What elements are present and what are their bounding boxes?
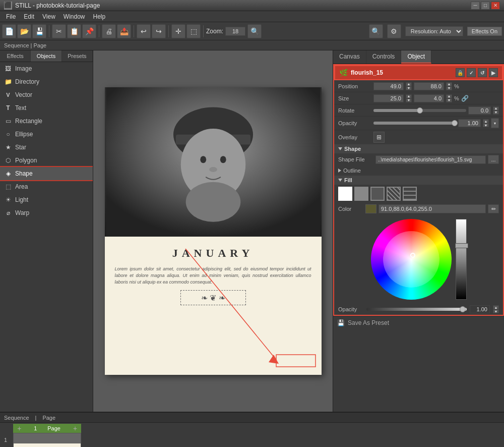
pos-y-up[interactable]: ▲: [446, 82, 452, 86]
effects-on-button[interactable]: Effects On: [467, 27, 502, 36]
menu-edit[interactable]: Edit: [20, 12, 38, 21]
position-x-input[interactable]: [373, 82, 404, 90]
resolution-select[interactable]: Resolution: Auto: [405, 26, 463, 36]
menu-file[interactable]: File: [2, 12, 20, 21]
position-y-spinner[interactable]: ▲ ▼: [446, 82, 452, 90]
menu-window[interactable]: Window: [59, 12, 89, 21]
rotate-spinner[interactable]: ▲ ▼: [493, 106, 499, 115]
close-button[interactable]: ✕: [491, 2, 500, 10]
tab-canvas[interactable]: Canvas: [333, 50, 366, 64]
opacity-slider[interactable]: [373, 122, 456, 125]
panel-item-light[interactable]: ☀ Light: [0, 193, 93, 206]
new-button[interactable]: 📄: [2, 24, 16, 38]
panel-item-star[interactable]: ★ Star: [0, 141, 93, 154]
tab-presets[interactable]: Presets: [62, 50, 93, 62]
refresh-tool[interactable]: ↺: [478, 68, 487, 77]
panel-item-image[interactable]: 🖼 Image: [0, 62, 93, 75]
print-button[interactable]: 🖨: [102, 24, 116, 38]
redo-button[interactable]: ↪: [152, 24, 166, 38]
tab-objects[interactable]: Objects: [31, 50, 61, 62]
color-value-input[interactable]: [379, 204, 486, 213]
color-picker-button[interactable]: [365, 204, 376, 213]
pos-x-down[interactable]: ▼: [406, 86, 412, 90]
outline-toggle[interactable]: Outline: [338, 166, 499, 175]
panel-item-directory[interactable]: 📁 Directory: [0, 75, 93, 88]
tab-effects[interactable]: Effects: [0, 50, 31, 62]
position-y-input[interactable]: [414, 82, 444, 90]
fill-swatch-gray[interactable]: [354, 187, 368, 201]
save-button[interactable]: 💾: [32, 24, 46, 38]
zoom-fit-button[interactable]: 🔍: [247, 24, 262, 38]
fill-opacity-spinner[interactable]: ▲ ▼: [493, 305, 499, 313]
menu-view[interactable]: View: [38, 12, 59, 21]
rotate-input[interactable]: [468, 106, 491, 115]
canvas-area[interactable]: JANUARY Lorem ipsum dolor sit amet, cons…: [93, 50, 333, 412]
fill-swatch-white[interactable]: [338, 187, 352, 201]
shape-section-header[interactable]: Shape: [334, 144, 503, 153]
opacity-input[interactable]: [458, 119, 481, 127]
panel-item-rectangle[interactable]: ▭ Rectangle: [0, 115, 93, 128]
fill-swatch-darkgray[interactable]: [370, 187, 385, 201]
pos-x-up[interactable]: ▲: [406, 82, 412, 86]
link-icon[interactable]: 🔗: [461, 95, 469, 102]
tab-object[interactable]: Object: [401, 50, 431, 64]
fill-opacity-up[interactable]: ▲: [493, 305, 499, 309]
copy-button[interactable]: 📋: [67, 24, 81, 38]
rotate-up[interactable]: ▲: [493, 106, 499, 110]
check-tool[interactable]: ✓: [467, 68, 476, 77]
panel-item-shape[interactable]: ◈ Shape: [0, 167, 93, 180]
panel-item-area[interactable]: ⬚ Area: [0, 180, 93, 193]
fill-opacity-input[interactable]: [470, 305, 490, 313]
zoom-input[interactable]: [225, 27, 245, 36]
position-x-spinner[interactable]: ▲ ▼: [406, 82, 412, 90]
menu-help[interactable]: Help: [89, 12, 110, 21]
color-edit-button[interactable]: ✏: [488, 204, 499, 213]
fill-section-header[interactable]: Fill: [334, 176, 503, 185]
open-button[interactable]: 📂: [17, 24, 31, 38]
maximize-button[interactable]: □: [481, 2, 490, 10]
arrow-tool[interactable]: ▶: [489, 68, 498, 77]
size-h-down[interactable]: ▼: [446, 98, 452, 102]
rotate-down[interactable]: ▼: [493, 110, 499, 115]
shapefile-browse-button[interactable]: ...: [488, 155, 499, 164]
fill-opacity-down[interactable]: ▼: [493, 309, 499, 313]
size-w-input[interactable]: [373, 94, 404, 102]
page-add-right-button[interactable]: +: [73, 424, 77, 432]
rotate-slider-thumb[interactable]: [417, 107, 423, 114]
panel-item-warp[interactable]: ⌀ Warp: [0, 206, 93, 219]
lock-tool[interactable]: 🔒: [456, 68, 465, 77]
page-thumbnail[interactable]: [13, 433, 81, 447]
size-w-spinner[interactable]: ▲ ▼: [406, 94, 412, 102]
pos-y-down[interactable]: ▼: [446, 86, 452, 90]
panel-item-ellipse[interactable]: ○ Ellipse: [0, 128, 93, 141]
size-w-down[interactable]: ▼: [406, 98, 412, 102]
fill-opacity-thumb[interactable]: [460, 306, 466, 312]
paste-button[interactable]: 📌: [82, 24, 96, 38]
opacity-slider-thumb[interactable]: [452, 120, 458, 126]
undo-button[interactable]: ↩: [137, 24, 151, 38]
page-add-left-button[interactable]: +: [17, 424, 21, 432]
minimize-button[interactable]: ─: [471, 2, 480, 10]
settings-button[interactable]: ⚙: [387, 24, 401, 38]
size-h-spinner[interactable]: ▲ ▼: [446, 94, 452, 102]
overlay-icon[interactable]: ⊞: [373, 132, 385, 143]
rotate-slider[interactable]: [373, 109, 466, 112]
color-wheel[interactable]: [371, 219, 452, 300]
save-preset-button[interactable]: Save As Preset: [348, 319, 389, 326]
fill-opacity-slider[interactable]: [366, 308, 467, 311]
size-w-up[interactable]: ▲: [406, 94, 412, 98]
panel-item-vector[interactable]: V Vector: [0, 88, 93, 101]
tab-controls[interactable]: Controls: [366, 50, 402, 64]
opacity-up[interactable]: ▲: [483, 119, 489, 123]
opacity-spinner[interactable]: ▲ ▼: [483, 119, 489, 127]
brightness-cursor[interactable]: [455, 243, 468, 248]
size-h-up[interactable]: ▲: [446, 94, 452, 98]
brightness-bar[interactable]: [456, 219, 467, 300]
fill-swatch-grid[interactable]: [403, 187, 417, 201]
cut-button[interactable]: ✂: [52, 24, 66, 38]
export-button[interactable]: 📤: [117, 24, 131, 38]
panel-item-polygon[interactable]: ⬡ Polygon: [0, 154, 93, 167]
opacity-dropdown[interactable]: ▼: [491, 118, 499, 128]
panel-item-text[interactable]: T Text: [0, 101, 93, 115]
opacity-down[interactable]: ▼: [483, 123, 489, 127]
